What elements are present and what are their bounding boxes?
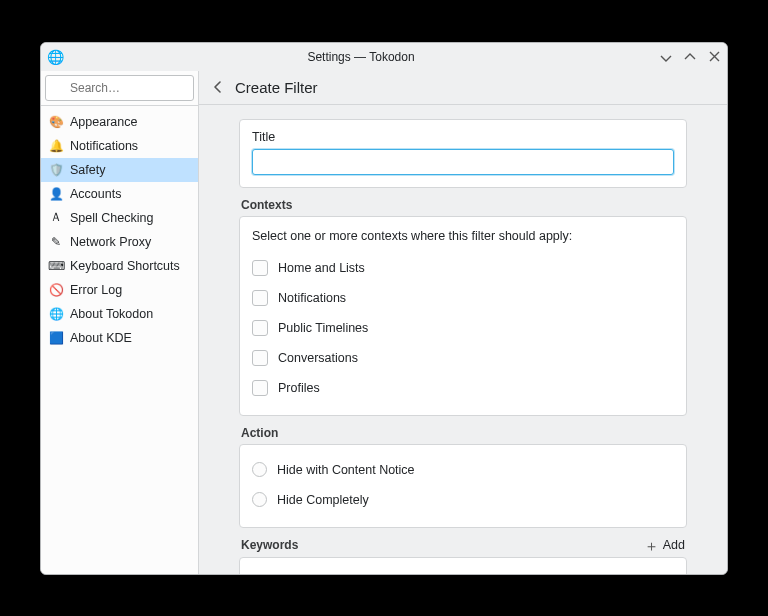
notifications-icon: 🔔 xyxy=(49,139,63,153)
context-label: Conversations xyxy=(278,351,358,365)
keywords-section-label: Keywords xyxy=(241,538,298,552)
safety-icon: 🛡️ xyxy=(49,163,63,177)
checkbox[interactable] xyxy=(252,350,268,366)
maximize-button[interactable] xyxy=(683,50,697,64)
sidebar-item-network-proxy[interactable]: ✎Network Proxy xyxy=(41,230,198,254)
sidebar-item-label: Spell Checking xyxy=(70,211,153,225)
contexts-card: Select one or more contexts where this f… xyxy=(239,216,687,416)
sidebar-item-label: About KDE xyxy=(70,331,132,345)
context-label: Profiles xyxy=(278,381,320,395)
sidebar-item-label: About Tokodon xyxy=(70,307,153,321)
add-keyword-button[interactable]: ＋ Add xyxy=(644,538,685,553)
accounts-icon: 👤 xyxy=(49,187,63,201)
keywords-header: Keywords ＋ Add xyxy=(241,538,685,553)
page-scroll[interactable]: Title Contexts Select one or more contex… xyxy=(199,105,727,574)
sidebar-item-label: Safety xyxy=(70,163,105,177)
window: 🌐 Settings — Tokodon 🎨Appearance🔔Notific… xyxy=(40,42,728,575)
minimize-button[interactable] xyxy=(659,50,673,64)
plus-icon: ＋ xyxy=(644,538,659,553)
nav-list: 🎨Appearance🔔Notifications🛡️Safety👤Accoun… xyxy=(41,106,198,354)
sidebar: 🎨Appearance🔔Notifications🛡️Safety👤Accoun… xyxy=(41,71,199,574)
search-input[interactable] xyxy=(45,75,194,101)
sidebar-item-label: Accounts xyxy=(70,187,121,201)
back-button[interactable] xyxy=(205,74,231,100)
sidebar-item-about-kde[interactable]: 🟦About KDE xyxy=(41,326,198,350)
window-controls xyxy=(659,50,721,64)
sidebar-item-appearance[interactable]: 🎨Appearance xyxy=(41,110,198,134)
title-card: Title xyxy=(239,119,687,188)
action-section-label: Action xyxy=(241,426,687,440)
sidebar-item-keyboard-shortcuts[interactable]: ⌨Keyboard Shortcuts xyxy=(41,254,198,278)
checkbox[interactable] xyxy=(252,290,268,306)
page-title: Create Filter xyxy=(235,79,318,96)
sidebar-item-spell-checking[interactable]: ＡSpell Checking xyxy=(41,206,198,230)
action-option[interactable]: Hide with Content Notice xyxy=(252,455,674,485)
spell-checking-icon: Ａ xyxy=(49,211,63,225)
close-button[interactable] xyxy=(707,50,721,64)
action-card: Hide with Content NoticeHide Completely xyxy=(239,444,687,528)
content-pane: Create Filter Title Contexts Select one … xyxy=(199,71,727,574)
about-kde-icon: 🟦 xyxy=(49,331,63,345)
keyboard-shortcuts-icon: ⌨ xyxy=(49,259,63,273)
sidebar-item-error-log[interactable]: 🚫Error Log xyxy=(41,278,198,302)
window-body: 🎨Appearance🔔Notifications🛡️Safety👤Accoun… xyxy=(41,71,727,574)
radio[interactable] xyxy=(252,492,267,507)
context-label: Home and Lists xyxy=(278,261,365,275)
sidebar-item-label: Keyboard Shortcuts xyxy=(70,259,180,273)
sidebar-item-label: Notifications xyxy=(70,139,138,153)
error-log-icon: 🚫 xyxy=(49,283,63,297)
action-label: Hide Completely xyxy=(277,493,369,507)
contexts-section-label: Contexts xyxy=(241,198,687,212)
context-label: Notifications xyxy=(278,291,346,305)
context-label: Public Timelines xyxy=(278,321,368,335)
add-label: Add xyxy=(663,538,685,552)
keywords-card: No keywords xyxy=(239,557,687,574)
checkbox[interactable] xyxy=(252,320,268,336)
action-option[interactable]: Hide Completely xyxy=(252,485,674,515)
sidebar-item-accounts[interactable]: 👤Accounts xyxy=(41,182,198,206)
sidebar-item-safety[interactable]: 🛡️Safety xyxy=(41,158,198,182)
radio[interactable] xyxy=(252,462,267,477)
action-label: Hide with Content Notice xyxy=(277,463,415,477)
filter-title-input[interactable] xyxy=(252,149,674,175)
context-option[interactable]: Notifications xyxy=(252,283,674,313)
checkbox[interactable] xyxy=(252,380,268,396)
search-wrap xyxy=(41,71,198,106)
context-option[interactable]: Public Timelines xyxy=(252,313,674,343)
titlebar: 🌐 Settings — Tokodon xyxy=(41,43,727,71)
checkbox[interactable] xyxy=(252,260,268,276)
sidebar-item-notifications[interactable]: 🔔Notifications xyxy=(41,134,198,158)
contexts-hint: Select one or more contexts where this f… xyxy=(252,229,674,243)
sidebar-item-label: Error Log xyxy=(70,283,122,297)
about-tokodon-icon: 🌐 xyxy=(49,307,63,321)
context-option[interactable]: Home and Lists xyxy=(252,253,674,283)
context-option[interactable]: Profiles xyxy=(252,373,674,403)
appearance-icon: 🎨 xyxy=(49,115,63,129)
sidebar-item-label: Network Proxy xyxy=(70,235,151,249)
no-keywords-text: No keywords xyxy=(240,558,686,574)
app-icon: 🌐 xyxy=(47,49,63,65)
context-option[interactable]: Conversations xyxy=(252,343,674,373)
sidebar-item-about-tokodon[interactable]: 🌐About Tokodon xyxy=(41,302,198,326)
sidebar-item-label: Appearance xyxy=(70,115,137,129)
title-label: Title xyxy=(252,130,674,144)
network-proxy-icon: ✎ xyxy=(49,235,63,249)
page-header: Create Filter xyxy=(199,71,727,105)
window-title: Settings — Tokodon xyxy=(63,50,659,64)
